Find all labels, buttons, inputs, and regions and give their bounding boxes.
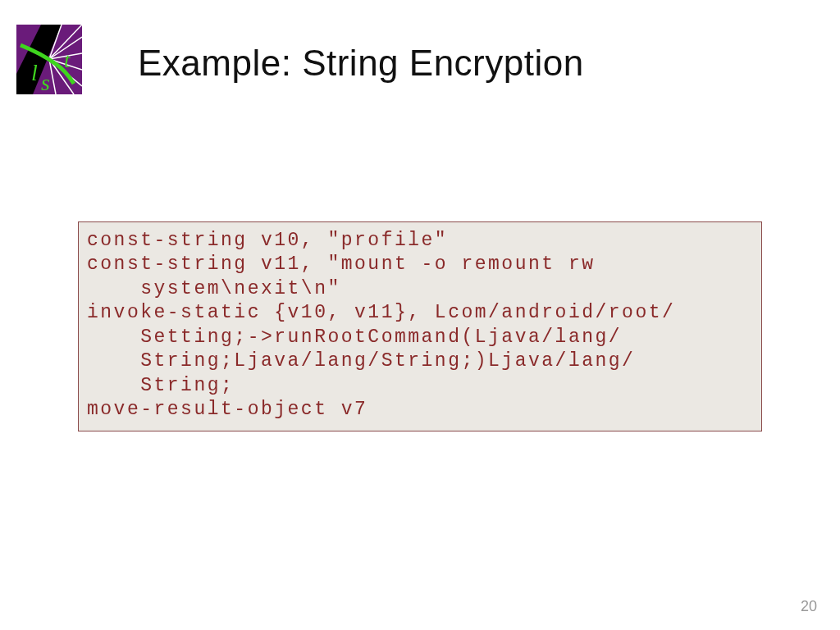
svg-text:l: l <box>31 60 38 85</box>
code-listing: const-string v10, "profile" const-string… <box>87 229 753 422</box>
svg-text:s: s <box>41 70 50 94</box>
slide-title: Example: String Encryption <box>138 43 584 84</box>
page-number: 20 <box>801 598 817 615</box>
code-listing-box: const-string v10, "profile" const-string… <box>78 221 762 431</box>
list-logo: l s t <box>16 25 82 94</box>
svg-text:t: t <box>64 48 71 72</box>
